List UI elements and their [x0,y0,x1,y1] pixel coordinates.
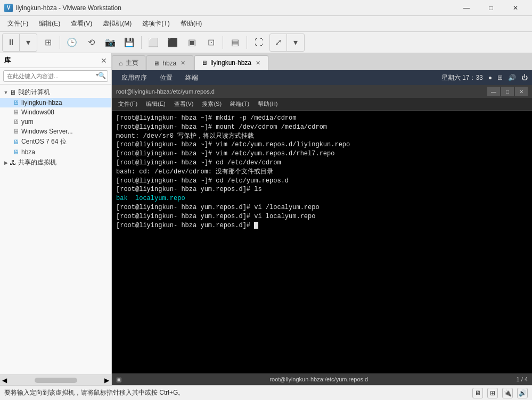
scroll-left-icon[interactable]: ◀ [2,377,7,384]
nav-places[interactable]: 位置 [154,72,178,84]
sidebar-item-windows-server[interactable]: 🖥 Windows Server... [0,127,111,136]
suspend-button[interactable]: 💾 [121,34,138,51]
vm-window: root@liyingkun-hbza:/etc/yum.repos.d — □… [112,85,532,385]
sidebar-close-button[interactable]: ✕ [101,56,107,65]
menu-tab[interactable]: 选项卡(T) [137,17,175,30]
status-volume-icon[interactable]: 🔊 [517,388,528,398]
term-line-8: [root@liyingkun- hbza ~]# cd /etc/yum.re… [116,177,528,186]
menu-file[interactable]: 文件(F) [2,17,34,30]
second-nav-bar: 应用程序 位置 终端 星期六 17：33 ● ⊞ 🔊 ⏻ [112,70,532,85]
vm-icon: 🖥 [13,148,19,156]
tab-hbza[interactable]: 🖥 hbza ✕ [146,55,193,70]
revert-button[interactable]: ⟲ [83,34,100,51]
sidebar-item-yum[interactable]: 🖥 yum [0,117,111,127]
vm-menu-edit[interactable]: 编辑(E) [142,99,170,109]
vm-menu-view[interactable]: 查看(V) [170,99,198,109]
tab-liyingkun-close[interactable]: ✕ [255,59,261,67]
sidebar-item-shared[interactable]: ▶ 🖧 共享的虚拟机 [0,157,111,168]
status-bar: 要将输入定向到该虚拟机，请将鼠标指针移入其中或按 Ctrl+G。 🖥 ⊞ 🔌 🔊 [0,385,532,400]
sidebar-item-liyingkun[interactable]: 🖥 liyingkun-hbza [0,98,111,107]
vm-icon: 🖥 [13,128,19,135]
split-view4[interactable]: ⊡ [202,34,219,51]
expand-button[interactable]: ⤢ [270,34,287,51]
pause-button[interactable]: ⏸ [3,34,20,51]
split-view[interactable]: ⬜ [145,34,162,51]
nav-time: 星期六 17：33 [441,73,483,82]
second-nav-right: 星期六 17：33 ● ⊞ 🔊 ⏻ [441,73,528,82]
menu-help[interactable]: 帮助(H) [175,17,208,30]
search-icon: 🔍 [98,72,106,79]
split-view3[interactable]: ▣ [183,34,200,51]
sidebar-search-container: 🔍 ▾ [0,68,111,85]
home-icon: ⌂ [119,60,122,67]
fullscreen-button[interactable]: ⛶ [250,34,267,51]
console-view[interactable]: ▤ [226,34,243,51]
nav-applications[interactable]: 应用程序 [116,72,152,84]
expand-dropdown[interactable]: ▾ [287,34,304,51]
scroll-thumb[interactable] [35,378,77,383]
term-line-13: [root@liyingkun- hbza yum.repos.d]# [116,221,528,230]
term-line-11: [root@liyingkun- hbza yum.repos.d]# vi /… [116,203,528,212]
shared-icon: 🖧 [10,159,16,166]
nav-terminal[interactable]: 终端 [180,72,203,84]
vm-icon: 🖥 [13,118,19,126]
split-view2[interactable]: ⬛ [164,34,181,51]
vm-close-button[interactable]: ✕ [515,87,528,96]
vm-icon: 🖥 [13,109,19,116]
vm-titlebar-text: root@liyingkun-hbza:/etc/yum.repos.d [116,88,215,95]
menu-edit[interactable]: 编辑(E) [34,17,66,30]
sidebar-item-centos[interactable]: 🖥 CentOS 7 64 位 [0,136,111,147]
term-line-12: [root@liyingkun- hbza yum.repos.d]# vi l… [116,212,528,221]
separator-4 [247,36,247,49]
maximize-button[interactable]: □ [479,0,503,16]
status-monitor-icon[interactable]: 🖥 [472,388,483,398]
tree-root[interactable]: ▼ 🖥 我的计算机 [0,87,111,98]
sidebar: 库 ✕ 🔍 ▾ ▼ 🖥 我的计算机 🖥 liyingkun-hbza [0,53,112,385]
tab-home[interactable]: ⌂ 主页 [112,55,145,70]
sidebar-item-label: Windows08 [21,109,54,116]
vm-menu-search[interactable]: 搜索(S) [198,99,226,109]
menu-vm[interactable]: 虚拟机(M) [97,17,137,30]
sidebar-scrollbar[interactable]: ◀ ▶ [0,374,111,385]
term-line-5: [root@liyingkun- hbza ~]# vim /etc/yum.r… [116,149,528,159]
menu-view[interactable]: 查看(V) [66,17,97,30]
sidebar-item-label: CentOS 7 64 位 [21,137,67,146]
snapshot-button[interactable]: 🕒 [63,34,80,51]
scroll-right-icon[interactable]: ▶ [104,377,109,384]
vm-statusbar-title: root@liyingkun-hbza:/etc/yum.repos.d [126,376,512,382]
sidebar-search-input[interactable] [3,70,108,82]
vm-menu-terminal[interactable]: 终端(T) [226,99,253,109]
status-message: 要将输入定向到该虚拟机，请将鼠标指针移入其中或按 Ctrl+G。 [4,388,184,397]
sidebar-item-hbza[interactable]: 🖥 hbza [0,147,111,157]
toolbar: ⏸ ▾ ⊞ 🕒 ⟲ 📷 💾 ⬜ ⬛ ▣ ⊡ ▤ ⛶ ⤢ ▾ [0,32,532,53]
vm-minimize-button[interactable]: — [487,87,500,96]
terminal[interactable]: [root@liyingkun- hbza ~]# mkdir -p /medi… [112,111,532,373]
tab-liyingkun[interactable]: 🖥 liyingkun-hbza ✕ [194,55,268,70]
search-dropdown-icon[interactable]: ▾ [96,72,99,78]
snapshot-manager[interactable]: 📷 [102,34,119,51]
status-usb-icon[interactable]: 🔌 [502,388,513,398]
term-line-2: [root@liyingkun- hbza ~]# mount /dev/cdr… [116,123,528,132]
vm-statusbar-page: 1 / 4 [517,376,528,382]
close-button[interactable]: ✕ [503,0,528,16]
main-area: 库 ✕ 🔍 ▾ ▼ 🖥 我的计算机 🖥 liyingkun-hbza [0,53,532,385]
sidebar-tree: ▼ 🖥 我的计算机 🖥 liyingkun-hbza 🖥 Windows08 🖥… [0,85,111,374]
sidebar-item-label: Windows Server... [21,128,73,135]
vm-tab-icon: 🖥 [201,60,207,66]
separator-1 [60,36,60,49]
sidebar-item-windows08[interactable]: 🖥 Windows08 [0,107,111,117]
vm-resize-button[interactable]: □ [501,87,514,96]
pause-dropdown[interactable]: ▾ [20,34,37,51]
vm-statusbar: ▣ root@liyingkun-hbza:/etc/yum.repos.d 1… [112,373,532,385]
tree-expand-icon: ▶ [2,160,10,165]
menu-bar: 文件(F) 编辑(E) 查看(V) 虚拟机(M) 选项卡(T) 帮助(H) [0,16,532,32]
vm-menu-file[interactable]: 文件(F) [114,99,142,109]
vm-menu-help[interactable]: 帮助(H) [253,99,282,109]
nav-power-icon[interactable]: ⏻ [521,74,528,81]
send-ctrl-alt-del-button[interactable]: ⊞ [39,34,56,51]
minimize-button[interactable]: — [454,0,479,16]
status-network-icon[interactable]: ⊞ [487,388,498,398]
tab-hbza-close[interactable]: ✕ [179,59,186,67]
term-line-6: [root@liyingkun- hbza ~]# cd /etc/dev/cd… [116,159,528,168]
separator-2 [141,36,142,49]
